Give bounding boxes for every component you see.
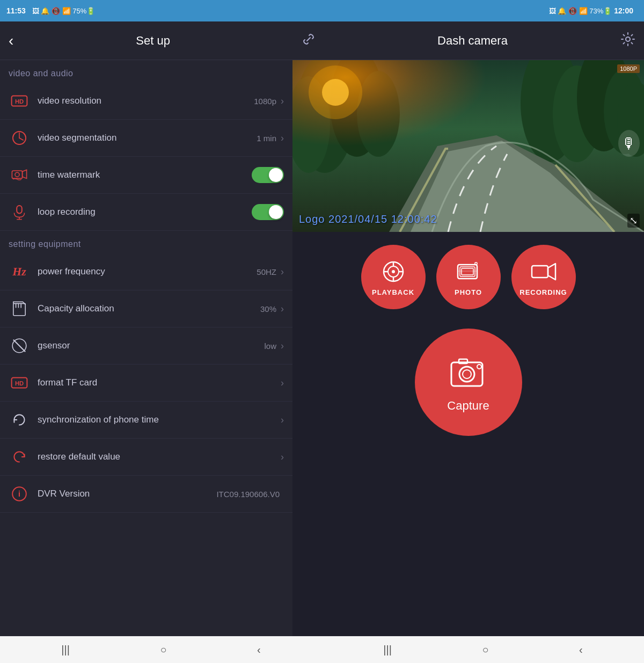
svg-rect-5 xyxy=(12,171,22,178)
time-watermark-toggle[interactable] xyxy=(252,167,284,183)
capture-icon xyxy=(447,352,490,395)
video-segmentation-label: video segmentation xyxy=(38,133,257,143)
loop-recording-label: loop recording xyxy=(38,207,252,217)
capture-button[interactable]: Capture xyxy=(415,329,522,436)
playback-label: PLAYBACK xyxy=(372,288,414,296)
settings-list: video and audio HD video resolution 1080… xyxy=(0,60,292,636)
sd-card-icon xyxy=(9,298,30,319)
setting-power-frequency[interactable]: Hz power frequency 50HZ › xyxy=(0,253,292,290)
dvr-version-label: DVR Version xyxy=(38,489,216,499)
camera-expand-icon[interactable]: ⤡ xyxy=(627,214,640,228)
svg-text:HD: HD xyxy=(15,380,24,387)
sync-icon xyxy=(9,409,30,431)
svg-rect-52 xyxy=(459,359,467,363)
hd-outline-icon: HD xyxy=(9,372,30,394)
svg-point-50 xyxy=(459,367,474,382)
svg-rect-8 xyxy=(17,206,22,213)
format-tf-label: format TF card xyxy=(38,377,281,388)
setup-title: Set up xyxy=(22,34,284,48)
gsensor-arrow: › xyxy=(281,340,284,352)
format-tf-arrow: › xyxy=(281,377,284,389)
left-bottom-bar: ||| ○ ‹ xyxy=(0,636,322,663)
capacity-allocation-arrow: › xyxy=(281,303,284,315)
svg-marker-7 xyxy=(23,170,27,178)
left-home-button[interactable]: ○ xyxy=(160,644,166,656)
recording-button[interactable]: RECORDING xyxy=(511,245,576,309)
svg-text:HD: HD xyxy=(15,98,24,105)
camera-header: Dash camera xyxy=(292,21,644,60)
svg-point-6 xyxy=(15,172,19,177)
setting-capacity-allocation[interactable]: Capacity allocation 30% › xyxy=(0,290,292,327)
loop-recording-knob xyxy=(269,205,283,219)
resolution-badge: 1080P xyxy=(617,64,640,73)
svg-line-4 xyxy=(19,138,23,140)
camera-feed: 1080P Logo 2021/04/15 12:00:42 🎙 ⤡ xyxy=(292,60,644,232)
video-segmentation-arrow: › xyxy=(281,133,284,144)
right-menu-button[interactable]: ||| xyxy=(383,644,392,656)
right-panel: Dash camera xyxy=(292,21,644,636)
svg-point-53 xyxy=(477,365,481,369)
time-watermark-knob xyxy=(269,168,283,182)
svg-line-16 xyxy=(13,340,25,352)
power-frequency-value: 50HZ xyxy=(257,267,276,276)
right-status-bar: 🖼 🔔 📵 📶 73%🔋 12:00 xyxy=(322,0,644,21)
status-bars: 11:53 🖼 🔔 📵 📶 75%🔋 🖼 🔔 📵 📶 73%🔋 12:00 xyxy=(0,0,644,21)
hz-icon: Hz xyxy=(9,261,30,282)
svg-point-51 xyxy=(463,370,471,378)
left-menu-button[interactable]: ||| xyxy=(61,644,70,656)
main-content: ‹ Set up video and audio HD video resolu… xyxy=(0,21,644,636)
video-resolution-value: 1080p xyxy=(254,97,276,106)
svg-point-34 xyxy=(309,65,362,119)
playback-button[interactable]: PLAYBACK xyxy=(361,245,426,309)
hd-icon: HD xyxy=(9,90,30,112)
right-bottom-bar: ||| ○ ‹ xyxy=(322,636,644,663)
back-button[interactable]: ‹ xyxy=(9,32,13,49)
restore-default-arrow: › xyxy=(281,451,284,463)
left-status-bar: 11:53 🖼 🔔 📵 📶 75%🔋 xyxy=(0,0,322,21)
right-back-button[interactable]: ‹ xyxy=(579,644,583,656)
clock-icon xyxy=(9,127,30,149)
sync-phone-time-label: synchronization of phone time xyxy=(38,414,281,425)
loop-recording-toggle[interactable] xyxy=(252,204,284,220)
gsensor-label: gsensor xyxy=(38,340,264,351)
gear-icon[interactable] xyxy=(620,32,635,50)
mic-recording-icon xyxy=(9,201,30,223)
recording-label: RECORDING xyxy=(519,288,567,296)
sync-phone-time-arrow: › xyxy=(281,414,284,426)
left-back-button[interactable]: ‹ xyxy=(257,644,261,656)
undo-icon xyxy=(9,446,30,468)
action-buttons-row: PLAYBACK PHOTO RECORDING xyxy=(292,232,644,314)
info-icon: i xyxy=(9,483,30,505)
recording-icon xyxy=(530,258,557,285)
setting-video-resolution[interactable]: HD video resolution 1080p › xyxy=(0,83,292,120)
setting-sync-phone-time[interactable]: synchronization of phone time › xyxy=(0,402,292,439)
video-resolution-arrow: › xyxy=(281,96,284,107)
setting-video-segmentation[interactable]: video segmentation 1 min › xyxy=(0,120,292,157)
photo-button[interactable]: PHOTO xyxy=(436,245,501,309)
restore-default-label: restore default value xyxy=(38,451,281,462)
svg-rect-11 xyxy=(13,303,25,315)
section-video-audio: video and audio xyxy=(0,60,292,83)
gsensor-value: low xyxy=(264,341,276,351)
svg-text:i: i xyxy=(18,490,20,498)
setting-gsensor[interactable]: gsensor low › xyxy=(0,327,292,365)
capacity-allocation-value: 30% xyxy=(260,304,276,314)
setting-loop-recording[interactable]: loop recording xyxy=(0,194,292,231)
left-panel: ‹ Set up video and audio HD video resolu… xyxy=(0,21,292,636)
video-segmentation-value: 1 min xyxy=(257,134,276,143)
setup-header: ‹ Set up xyxy=(0,21,292,60)
svg-point-21 xyxy=(626,37,630,41)
setting-time-watermark[interactable]: time watermark xyxy=(0,157,292,194)
setting-restore-default[interactable]: restore default value › xyxy=(0,439,292,476)
power-frequency-label: power frequency xyxy=(38,266,257,277)
setting-dvr-version: i DVR Version ITC09.190606.V0 xyxy=(0,476,292,513)
right-time: 12:00 xyxy=(614,6,633,15)
link-icon xyxy=(301,32,316,50)
setting-format-tf[interactable]: HD format TF card › xyxy=(0,365,292,402)
capture-label: Capture xyxy=(447,399,489,413)
svg-marker-48 xyxy=(548,264,555,280)
capacity-allocation-label: Capacity allocation xyxy=(38,303,260,314)
gsensor-icon xyxy=(9,335,30,356)
right-home-button[interactable]: ○ xyxy=(482,644,488,656)
svg-rect-45 xyxy=(475,263,477,265)
